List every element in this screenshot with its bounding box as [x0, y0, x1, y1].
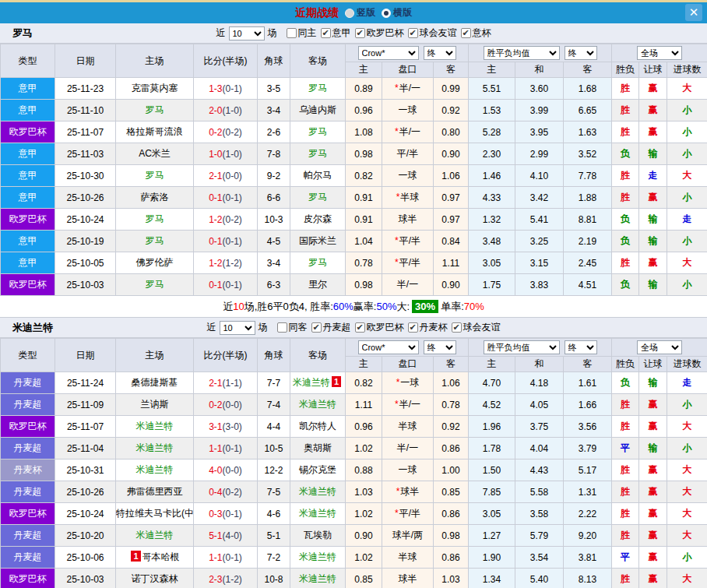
- league-filter-checkbox[interactable]: ✔欧罗巴杯: [355, 321, 404, 334]
- league-filter-checkbox[interactable]: 同客: [277, 321, 308, 334]
- avg-type-select[interactable]: 胜平负均值: [484, 340, 560, 354]
- let-ball-cell: 赢: [639, 394, 667, 416]
- corners-cell: 10-5: [258, 438, 290, 459]
- col-avg-away: 客: [564, 62, 612, 78]
- away-team-name: 皮尔森: [304, 213, 332, 224]
- league-filter-checkbox[interactable]: ✔丹麦杯: [408, 321, 448, 334]
- league-type-cell: 意甲: [1, 252, 55, 274]
- result-cell: 胜: [612, 165, 639, 187]
- league-type-cell: 丹麦杯: [1, 459, 55, 481]
- odds-company-select[interactable]: Crow*: [358, 340, 419, 354]
- match-row: 意甲25-10-19罗马0-1(0-1)4-5国际米兰1.04*平/半0.843…: [1, 231, 707, 252]
- close-button[interactable]: ✕: [685, 4, 702, 21]
- avg-away-cell: 9.20: [564, 525, 612, 547]
- fulltime-score: 3-1: [209, 421, 222, 432]
- league-type-cell: 欧罗巴杯: [1, 121, 55, 143]
- handicap-cell: 球半: [382, 209, 434, 231]
- league-filter-checkbox[interactable]: ✔球会友谊: [408, 26, 457, 40]
- away-team-cell: 罗马: [290, 78, 346, 100]
- odds-state-select[interactable]: 终: [424, 340, 456, 354]
- avg-home-cell: 1.32: [469, 209, 515, 231]
- goals-cell: 大: [667, 503, 707, 525]
- let-ball-cell: 走: [639, 165, 667, 187]
- home-team-cell: 罗马: [116, 165, 194, 187]
- league-filter-checkbox[interactable]: ✔丹麦超: [311, 321, 351, 334]
- layout-radio-vertical[interactable]: 竖版: [345, 6, 375, 19]
- match-count-select[interactable]: 10: [229, 26, 265, 40]
- avg-state-select[interactable]: 终: [565, 340, 597, 354]
- match-row: 意甲25-11-03AC米兰1-0(1-0)7-8罗马0.98平/半0.902.…: [1, 143, 707, 165]
- home-odds-cell: 0.90: [346, 525, 382, 547]
- league-filter-checkbox[interactable]: 同主: [287, 26, 317, 40]
- home-team-name: 兰讷斯: [141, 399, 169, 410]
- match-date-cell: 25-10-05: [55, 252, 116, 274]
- goals-cell: 小: [667, 547, 707, 569]
- away-odds-cell: 1.00: [434, 459, 469, 481]
- result-cell: 胜: [612, 121, 639, 143]
- league-filter-checkbox[interactable]: ✔意甲: [321, 26, 351, 40]
- home-team-cell: 萨索洛: [116, 187, 194, 209]
- corners-cell: 2-6: [258, 121, 290, 143]
- away-odds-cell: 0.78: [434, 394, 469, 416]
- league-filter-checkbox[interactable]: ✔欧罗巴杯: [355, 26, 404, 40]
- match-row: 意甲25-11-23克雷莫内塞1-3(0-1)3-5罗马0.89*半/一0.99…: [1, 78, 707, 100]
- match-count-select[interactable]: 10: [220, 321, 255, 335]
- let-ball-cell: 输: [639, 209, 667, 231]
- col-home: 主场: [116, 339, 194, 372]
- avg-away-cell: 1.61: [564, 372, 612, 394]
- odds-company-select[interactable]: Crow*: [358, 46, 419, 60]
- scope-select[interactable]: 全场: [637, 46, 682, 60]
- match-row: 欧罗巴杯25-11-07米迪兰特3-1(3-0)4-4凯尔特人0.96半球0.9…: [1, 416, 707, 438]
- match-row: 丹麦超25-10-26弗雷德里西亚0-4(0-2)7-5米迪兰特1.03*球半0…: [1, 481, 707, 503]
- match-date-cell: 25-10-31: [55, 459, 116, 481]
- avg-draw-cell: 2.99: [515, 143, 564, 165]
- result-cell: 胜: [612, 569, 639, 588]
- avg-type-select[interactable]: 胜平负均值: [484, 46, 560, 60]
- away-team-cell: 米迪兰特: [290, 481, 346, 503]
- away-team-cell: 米迪兰特: [290, 503, 346, 525]
- summary-part: 赢率:: [354, 300, 377, 314]
- col-avg-draw: 和: [515, 62, 564, 78]
- home-team-cell: 特拉维夫马卡比(中): [116, 503, 194, 525]
- halftime-score: (0-0): [223, 171, 242, 181]
- league-filter-checkbox[interactable]: ✔球会友谊: [452, 321, 501, 334]
- avg-home-cell: 3.05: [469, 252, 515, 274]
- col-odds-away: 客: [434, 357, 469, 372]
- home-odds-cell: 0.78: [346, 252, 382, 274]
- layout-radio-horizontal[interactable]: 横版: [382, 6, 412, 19]
- away-odds-cell: 0.92: [434, 100, 469, 121]
- away-team-cell: 罗马: [290, 143, 346, 165]
- home-team-cell: 米迪兰特: [116, 416, 194, 438]
- home-odds-cell: 0.85: [346, 569, 382, 588]
- league-type-cell: 丹麦超: [1, 438, 55, 459]
- avg-away-cell: 1.31: [564, 481, 612, 503]
- odds-state-select[interactable]: 终: [424, 46, 456, 60]
- corners-cell: 7-7: [258, 372, 290, 394]
- league-filter-checkbox[interactable]: ✔意杯: [461, 26, 491, 40]
- home-team-name: 克雷莫内塞: [132, 83, 178, 93]
- let-ball-cell: 赢: [639, 252, 667, 274]
- score-cell: 4-0(0-0): [194, 459, 258, 481]
- away-team-cell: 米迪兰特: [290, 547, 346, 569]
- result-cell: 负: [612, 231, 639, 252]
- away-team-cell: 里尔: [290, 274, 346, 296]
- league-type-cell: 丹麦超: [1, 525, 55, 547]
- scope-select[interactable]: 全场: [637, 340, 682, 354]
- col-result: 胜负: [612, 62, 639, 78]
- let-ball-cell: 输: [639, 143, 667, 165]
- away-odds-cell: 0.99: [434, 78, 469, 100]
- col-date: 日期: [55, 339, 116, 372]
- fulltime-score: 2-0: [209, 105, 222, 116]
- avg-draw-cell: 3.75: [515, 416, 564, 438]
- avg-state-select[interactable]: 终: [565, 46, 597, 60]
- radio-unselected-icon: [345, 9, 354, 18]
- away-odds-cell: 1.11: [434, 252, 469, 274]
- team-section: 罗马近10场同主✔意甲✔欧罗巴杯✔球会友谊✔意杯类型日期主场比分(半场)角球客场…: [0, 23, 707, 318]
- avg-draw-cell: 3.42: [515, 187, 564, 209]
- avg-home-cell: 3.48: [469, 231, 515, 252]
- away-team-name: 罗马: [308, 192, 327, 202]
- away-odds-cell: 1.03: [434, 569, 469, 588]
- home-odds-cell: 1.11: [346, 394, 382, 416]
- away-odds-cell: 0.92: [434, 416, 469, 438]
- avg-home-cell: 4.52: [469, 394, 515, 416]
